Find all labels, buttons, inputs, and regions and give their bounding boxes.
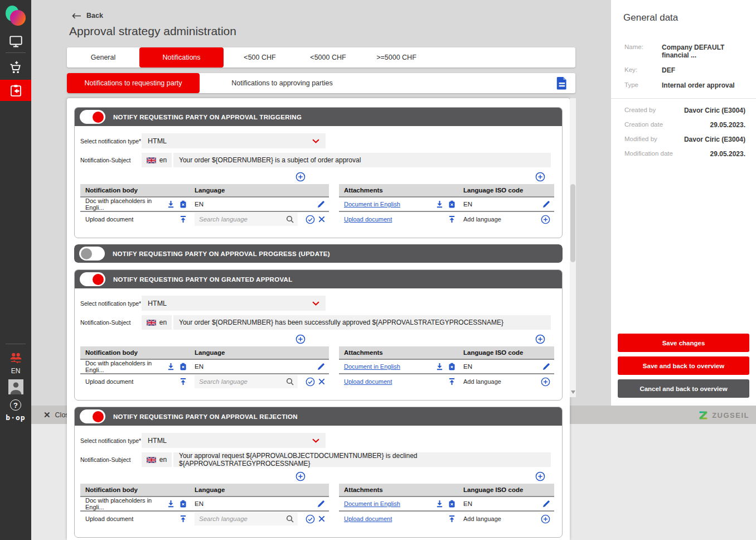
cancel-and-back-button[interactable]: Cancel and back to overview [618,379,749,398]
sidebar-item-switch-user[interactable] [0,351,31,364]
edit-body-button[interactable] [317,200,325,208]
notification-type-select[interactable]: HTML [142,296,326,311]
attachment-doc-link[interactable]: Document in English [344,363,400,370]
confirm-language-button[interactable] [306,377,315,387]
upload-attachment-link[interactable]: Upload document [344,378,392,385]
notify-triggering-toggle[interactable] [80,110,105,124]
attachment-doc-link[interactable]: Document in English [344,500,400,507]
upload-attachment-link[interactable]: Upload document [344,515,392,522]
sidebar-language[interactable]: EN [0,366,31,376]
document-icon [556,76,568,90]
upload-attachment-button[interactable] [448,515,455,523]
add-notification-body-button[interactable] [295,172,306,182]
table-row: Upload document Add language [339,212,554,226]
tab-under-5000-chf[interactable]: <5000 CHF [296,47,360,68]
delete-body-button[interactable] [180,363,187,370]
subtab-approving-parties[interactable]: Notifications to approving parties [215,73,349,93]
upload-document-label[interactable]: Upload document [85,515,133,522]
edit-attachment-button[interactable] [542,500,550,508]
add-language-button[interactable] [541,377,550,387]
tab-general[interactable]: General [67,47,139,68]
back-button[interactable]: Back [72,12,103,20]
add-notification-body-button[interactable] [295,334,306,344]
add-attachment-button[interactable] [535,172,545,182]
upload-body-button[interactable] [180,515,187,523]
x-icon [318,515,325,522]
upload-body-button[interactable] [180,378,187,385]
delete-attachment-button[interactable] [448,200,455,208]
sidebar-item-approvals-active[interactable] [0,80,31,101]
subject-input[interactable]: Your order ${ORDERNUMBER} has been succe… [173,315,551,330]
edit-attachment-button[interactable] [542,363,550,370]
attachment-doc-link[interactable]: Document in English [344,201,400,208]
notify-rejection-toggle[interactable] [80,409,105,423]
download-attachment-button[interactable] [436,200,443,208]
add-language-button[interactable] [541,514,550,524]
notification-type-select[interactable]: HTML [142,433,326,448]
add-attachment-button[interactable] [535,471,545,481]
sidebar-item-dashboard[interactable] [0,33,31,49]
download-attachment-button[interactable] [436,500,443,508]
upload-attachment-button[interactable] [448,378,455,385]
download-icon [167,500,175,508]
subject-input[interactable]: Your approval request ${APPROVALOBJECTDO… [173,452,551,467]
section-body: Select notification type* HTML Notificat… [75,426,562,537]
search-language-input[interactable] [199,378,286,385]
tab-under-500-chf[interactable]: <500 CHF [224,47,296,68]
download-body-button[interactable] [167,500,175,508]
delete-body-button[interactable] [180,500,187,508]
notification-type-select[interactable]: HTML [142,133,326,148]
notify-granted-toggle[interactable] [80,272,105,286]
confirm-language-button[interactable] [306,215,315,224]
upload-document-label[interactable]: Upload document [85,216,133,223]
edit-attachment-button[interactable] [542,200,550,208]
subject-language-chip[interactable]: en [142,315,172,330]
search-language-input[interactable] [199,216,286,223]
upload-body-button[interactable] [180,215,187,223]
save-and-back-button[interactable]: Save and back to overview [618,356,749,375]
sidebar-help[interactable]: ? [0,398,31,412]
delete-attachment-button[interactable] [448,363,455,370]
search-icon[interactable] [286,215,294,223]
delete-body-button[interactable] [180,200,187,208]
search-language-input[interactable] [199,515,286,522]
notification-subject-label: Notification-Subject [80,319,142,326]
general-data-title: General data [623,12,756,23]
add-language-button[interactable] [541,215,550,224]
cancel-language-button[interactable] [318,216,325,223]
app-logo[interactable] [0,4,31,29]
chevron-down-icon [312,301,319,306]
cancel-language-button[interactable] [318,515,325,522]
cancel-language-button[interactable] [318,378,325,385]
section-body: Select notification type* HTML Notificat… [75,288,562,400]
document-template-button[interactable] [556,76,568,90]
edit-body-button[interactable] [317,500,325,508]
content-scrollbar-thumb[interactable] [570,184,575,262]
add-attachment-button[interactable] [535,334,545,344]
upload-document-label[interactable]: Upload document [85,378,133,385]
subject-language-chip[interactable]: en [142,153,172,167]
sidebar-item-shop[interactable] [0,57,31,78]
search-icon[interactable] [286,378,294,385]
tab-notifications[interactable]: Notifications [139,47,224,68]
subject-language-chip[interactable]: en [142,452,172,467]
notify-progress-toggle[interactable] [79,247,105,261]
add-notification-body-button[interactable] [295,471,306,481]
sidebar-user-avatar[interactable] [0,379,31,394]
confirm-language-button[interactable] [306,514,315,524]
plus-circle-icon [295,172,306,182]
delete-attachment-button[interactable] [448,500,455,508]
key-value: DEF [662,66,675,74]
subject-input[interactable]: Your order ${ORDERNUMBER} is a subject o… [173,153,551,167]
download-body-button[interactable] [167,200,175,208]
download-body-button[interactable] [167,363,175,370]
subtab-requesting-party[interactable]: Notifications to requesting party [67,73,200,93]
save-changes-button[interactable]: Save changes [618,334,749,352]
download-attachment-button[interactable] [436,363,443,370]
upload-attachment-button[interactable] [448,215,455,223]
search-icon[interactable] [286,515,294,523]
tab-over-5000-chf[interactable]: >=5000 CHF [360,47,433,68]
scrollbar-down-arrow[interactable] [571,390,575,394]
edit-body-button[interactable] [317,363,325,370]
upload-attachment-link[interactable]: Upload document [344,216,392,223]
